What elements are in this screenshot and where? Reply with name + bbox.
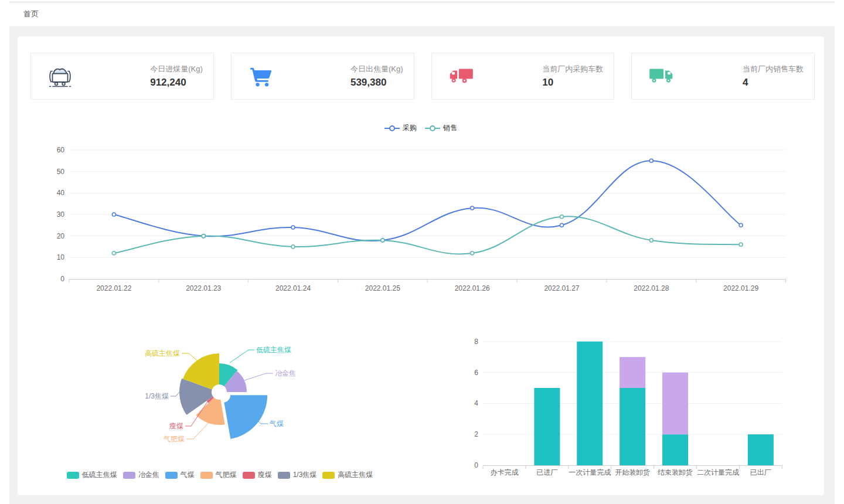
dashboard-panel: 今日进煤量(Kg)912,240今日出焦量(Kg)539,380当前厂内采购车数… <box>18 36 824 495</box>
truck-outbound-icon <box>646 62 676 91</box>
svg-text:40: 40 <box>57 189 65 197</box>
shopping-cart-icon <box>246 62 276 91</box>
svg-text:开始装卸货: 开始装卸货 <box>615 468 650 476</box>
stat-card-title: 今日进煤量(Kg) <box>150 64 203 74</box>
stat-card-value: 539,380 <box>350 77 386 88</box>
stat-card: 当前厂内销售车数4 <box>631 53 815 100</box>
legend-swatch <box>278 472 290 479</box>
stat-card: 当前厂内采购车数10 <box>431 53 615 100</box>
svg-text:已进厂: 已进厂 <box>536 468 557 476</box>
legend-item[interactable]: 低硫主焦煤 <box>67 470 117 480</box>
legend-item[interactable]: 冶金焦 <box>123 470 159 480</box>
svg-text:20: 20 <box>57 232 65 240</box>
minecart-icon <box>45 62 76 91</box>
legend-swatch <box>123 472 135 479</box>
pie-slice-label: 高硫主焦煤 <box>145 349 180 357</box>
pie-slice-label: 低硫主焦煤 <box>256 346 291 354</box>
bar-chart[interactable]: 02468办卡完成已进厂一次计量完成开始装卸货结束装卸货二次计量完成已出厂 <box>451 325 815 495</box>
stat-card: 今日出焦量(Kg)539,380 <box>231 53 414 100</box>
svg-text:结束装卸货: 结束装卸货 <box>658 468 693 476</box>
content-background: 今日进煤量(Kg)912,240今日出焦量(Kg)539,380当前厂内采购车数… <box>9 26 835 504</box>
legend-label: 冶金焦 <box>138 470 159 480</box>
svg-text:6: 6 <box>474 369 478 377</box>
legend-swatch <box>243 472 255 479</box>
legend-label: 气肥煤 <box>216 470 237 480</box>
topbar-divider <box>9 2 835 2</box>
svg-text:2022.01.22: 2022.01.22 <box>96 284 131 292</box>
legend-item[interactable]: 高硫主焦煤 <box>322 470 373 480</box>
stat-cards: 今日进煤量(Kg)912,240今日出焦量(Kg)539,380当前厂内采购车数… <box>30 53 815 100</box>
legend-swatch <box>67 472 79 479</box>
stat-card-value: 912,240 <box>150 77 186 88</box>
pie-chart[interactable]: 低硫主焦煤冶金焦气煤气肥煤瘦煤1/3焦煤高硫主焦煤 <box>76 319 404 469</box>
svg-text:一次计量完成: 一次计量完成 <box>569 468 611 476</box>
svg-text:30: 30 <box>57 210 65 219</box>
legend-swatch <box>165 472 178 479</box>
svg-text:2022.01.27: 2022.01.27 <box>544 284 579 292</box>
svg-text:2022.01.29: 2022.01.29 <box>723 284 758 292</box>
legend-item[interactable]: 气煤 <box>165 470 195 480</box>
legend-swatch <box>200 472 213 479</box>
stat-card-title: 今日出焦量(Kg) <box>350 64 403 74</box>
pie-slice-label: 气煤 <box>269 420 284 428</box>
legend-label: 低硫主焦煤 <box>82 470 117 480</box>
svg-text:二次计量完成: 二次计量完成 <box>697 468 739 476</box>
stat-card-value: 4 <box>743 77 748 88</box>
pie-slice-label: 瘦煤 <box>169 422 183 430</box>
svg-text:2022.01.25: 2022.01.25 <box>365 284 400 292</box>
legend-label: 1/3焦煤 <box>293 470 317 480</box>
stat-card-title: 当前厂内销售车数 <box>743 64 804 74</box>
topbar: 首页 <box>0 0 844 26</box>
legend-item[interactable]: 瘦煤 <box>243 470 272 480</box>
svg-text:0: 0 <box>60 275 64 283</box>
svg-text:2: 2 <box>474 430 478 438</box>
svg-text:已出厂: 已出厂 <box>750 468 771 476</box>
line-chart[interactable]: 01020304050602022.01.222022.01.232022.01… <box>35 120 815 302</box>
legend-item[interactable]: 气肥煤 <box>200 470 237 480</box>
svg-text:10: 10 <box>57 253 65 261</box>
legend-swatch <box>322 472 335 479</box>
pie-chart-legend: 低硫主焦煤冶金焦气煤气肥煤瘦煤1/3焦煤高硫主焦煤 <box>18 470 422 480</box>
svg-text:2022.01.24: 2022.01.24 <box>275 284 311 292</box>
truck-inbound-icon <box>446 62 477 91</box>
legend-label: 气煤 <box>181 470 195 480</box>
stat-card: 今日进煤量(Kg)912,240 <box>30 53 214 100</box>
stat-card-value: 10 <box>542 77 553 88</box>
pie-slice-label: 冶金焦 <box>275 369 296 377</box>
legend-label: 高硫主焦煤 <box>338 470 373 480</box>
stat-card-title: 当前厂内采购车数 <box>542 64 603 74</box>
pie-slice-label: 1/3焦煤 <box>145 392 169 400</box>
svg-text:4: 4 <box>474 399 478 407</box>
svg-text:2022.01.26: 2022.01.26 <box>455 284 490 292</box>
svg-text:8: 8 <box>474 338 478 346</box>
legend-label: 瘦煤 <box>258 470 272 480</box>
legend-item[interactable]: 1/3焦煤 <box>278 470 317 480</box>
breadcrumb[interactable]: 首页 <box>23 9 39 19</box>
pie-slice-label: 气肥煤 <box>163 435 185 443</box>
svg-text:60: 60 <box>57 146 65 154</box>
svg-text:50: 50 <box>57 168 65 176</box>
svg-text:办卡完成: 办卡完成 <box>490 468 518 476</box>
svg-text:2022.01.23: 2022.01.23 <box>186 284 221 292</box>
svg-text:0: 0 <box>474 461 478 469</box>
svg-text:2022.01.28: 2022.01.28 <box>634 284 669 292</box>
